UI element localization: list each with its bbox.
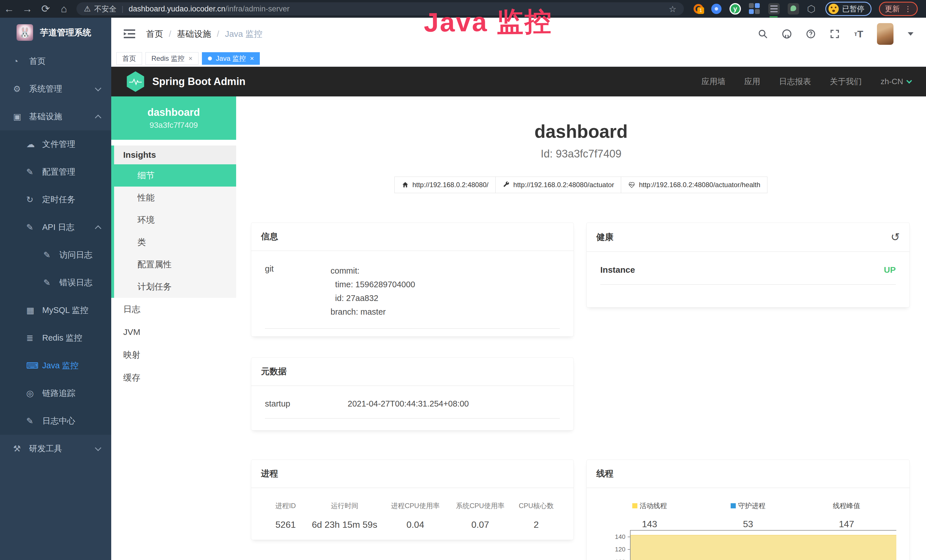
warning-icon: ⚠ (84, 4, 91, 14)
process-card-title: 进程 (251, 460, 573, 488)
sba-item-details[interactable]: 细节 (114, 164, 236, 186)
extension-orange-icon[interactable]: 1 (694, 4, 703, 14)
log-center-icon: ✎ (26, 416, 42, 426)
sidebar-item-file-mgmt[interactable]: ☁ 文件管理 (0, 130, 111, 158)
metadata-card: 元数据 startup 2021-04-27T00:44:31.254+08:0… (251, 357, 574, 430)
fullscreen-icon[interactable] (829, 28, 840, 40)
reload-icon[interactable]: ⟳ (36, 3, 55, 15)
sba-item-mappings[interactable]: 映射 (111, 344, 236, 366)
service-url-button[interactable]: http://192.168.0.2:48080/ (394, 177, 496, 193)
browser-menu-icon[interactable]: ⋮ (904, 5, 912, 14)
bookmark-star-icon[interactable]: ☆ (669, 4, 676, 14)
address-bar[interactable]: ⚠ 不安全 | dashboard.yudao.iocoder.cn /infr… (76, 2, 684, 15)
back-icon[interactable]: ← (0, 3, 18, 15)
sidebar-item-label: 首页 (29, 56, 45, 67)
forward-icon[interactable]: → (18, 3, 36, 15)
search-icon[interactable] (757, 28, 769, 40)
app-logo-row[interactable]: 🐰 芋道管理系统 (0, 18, 111, 47)
breadcrumb-infrastructure[interactable]: 基础设施 (177, 28, 211, 40)
sidebar-item-dev-tools[interactable]: ⚒ 研发工具 (0, 435, 111, 462)
history-icon[interactable]: ↺ (891, 231, 900, 243)
sba-item-caches[interactable]: 缓存 (111, 366, 236, 389)
live-threads-area (631, 535, 896, 560)
security-label[interactable]: 不安全 (94, 4, 117, 14)
font-size-icon[interactable]: тT (853, 28, 864, 40)
sba-body: dashboard 93a3fc7f7409 Insights 细节 性能 环境… (111, 97, 926, 560)
sba-nav-journal[interactable]: 日志报表 (779, 76, 811, 87)
edit-icon: ✎ (26, 167, 42, 177)
extension-y-icon[interactable]: y (729, 3, 741, 15)
status-badge: UP (884, 265, 896, 275)
sba-item-classes[interactable]: 类 (114, 231, 236, 253)
help-icon[interactable] (805, 28, 817, 40)
sidebar-item-scheduled-tasks[interactable]: ↻ 定时任务 (0, 186, 111, 213)
sidebar-item-label: 基础设施 (29, 111, 62, 123)
home-icon[interactable]: ⌂ (55, 3, 73, 15)
info-card: 信息 git commit: time: 1596289704000 id: 2… (251, 222, 574, 337)
extensions-puzzle-icon[interactable]: ⬡ (807, 3, 816, 15)
sba-content: dashboard Id: 93a3fc7f7409 http://192.16… (236, 97, 926, 560)
info-card-title: 信息 (251, 223, 573, 251)
breadcrumb-separator: / (217, 29, 219, 39)
update-label: 更新 (885, 4, 900, 14)
sba-nav-about[interactable]: 关于我们 (830, 76, 862, 87)
url-path[interactable]: /infra/admin-server (225, 5, 289, 14)
process-col-cpu: 进程CPU使用率 (383, 501, 448, 510)
health-url-button[interactable]: http://192.168.0.2:48080/actuator/health (621, 177, 767, 193)
url-host[interactable]: dashboard.yudao.iocoder.cn (129, 5, 225, 14)
instance-name: dashboard (147, 106, 200, 118)
process-col-uptime: 运行时间 (306, 501, 383, 510)
sidebar-item-error-logs[interactable]: ✎ 错误日志 (0, 269, 111, 297)
avatar-caret-icon[interactable] (908, 32, 914, 36)
sba-item-environment[interactable]: 环境 (114, 209, 236, 231)
sba-item-jvm[interactable]: JVM (111, 321, 236, 344)
sba-nav-wallboard[interactable]: 应用墙 (702, 76, 726, 87)
sba-item-config-props[interactable]: 配置属性 (114, 253, 236, 275)
metadata-card-title: 元数据 (251, 358, 573, 386)
paused-label: 已暂停 (842, 4, 864, 14)
sba-item-metrics[interactable]: 性能 (114, 186, 236, 209)
sba-item-logs[interactable]: 日志 (111, 298, 236, 321)
tab-home[interactable]: 首页 (117, 52, 142, 65)
profile-paused-chip[interactable]: 已暂停 (825, 2, 872, 16)
sidebar-item-java-monitor[interactable]: ⌨ Java 监控 (0, 352, 111, 380)
sba-language-select[interactable]: zh-CN (881, 77, 911, 86)
sidebar-item-system-mgmt[interactable]: ⚙ 系统管理 (0, 75, 111, 103)
sidebar-item-home[interactable]: ◔ 首页 (0, 47, 111, 75)
collapse-sidebar-icon[interactable] (124, 29, 135, 39)
extension-pin-icon[interactable] (711, 4, 722, 14)
instance-header[interactable]: dashboard 93a3fc7f7409 (111, 97, 236, 140)
timer-icon: ↻ (26, 195, 42, 204)
chrome-update-button[interactable]: 更新 ⋮ (879, 2, 918, 16)
sidebar-item-redis-monitor[interactable]: ≣ Redis 监控 (0, 324, 111, 352)
app-title: 芋道管理系统 (40, 27, 91, 38)
close-icon[interactable]: × (189, 54, 192, 62)
sidebar-item-infrastructure[interactable]: ▣ 基础设施 (0, 103, 111, 130)
sba-nav-applications[interactable]: 应用 (744, 76, 760, 87)
cloud-upload-icon: ☁ (26, 139, 42, 149)
sidebar-item-config-mgmt[interactable]: ✎ 配置管理 (0, 158, 111, 186)
tab-label: Redis 监控 (151, 54, 185, 63)
sidebar-item-mysql-monitor[interactable]: ▦ MySQL 监控 (0, 297, 111, 324)
sidebar-item-log-center[interactable]: ✎ 日志中心 (0, 407, 111, 435)
sba-brand-title[interactable]: Spring Boot Admin (152, 76, 245, 88)
github-icon[interactable] (781, 28, 793, 40)
sidebar-item-access-logs[interactable]: ✎ 访问日志 (0, 241, 111, 269)
y-axis-tick: 120 (615, 546, 625, 553)
user-avatar[interactable] (877, 23, 893, 45)
wrench-icon (502, 181, 510, 189)
sidebar-item-label: 定时任务 (42, 194, 75, 206)
extension-leaf-icon[interactable] (788, 3, 799, 15)
tab-label: 首页 (123, 54, 136, 63)
process-table: 进程ID 5261 运行时间 6d 23h 15m 59s 进程CPU使用率 0… (265, 501, 560, 530)
sba-item-scheduled-tasks[interactable]: 计划任务 (114, 275, 236, 298)
close-icon[interactable]: × (250, 54, 254, 62)
extension-list-icon[interactable]: on (768, 3, 780, 15)
tab-java-monitor[interactable]: Java 监控 × (202, 52, 260, 65)
actuator-url-button[interactable]: http://192.168.0.2:48080/actuator (495, 177, 622, 193)
sidebar-item-api-logs[interactable]: ✎ API 日志 (0, 213, 111, 241)
sidebar-item-tracing[interactable]: ◎ 链路追踪 (0, 380, 111, 407)
breadcrumb-home[interactable]: 首页 (146, 28, 163, 40)
tab-redis-monitor[interactable]: Redis 监控 × (145, 52, 198, 65)
extension-grid-icon[interactable] (749, 3, 760, 15)
